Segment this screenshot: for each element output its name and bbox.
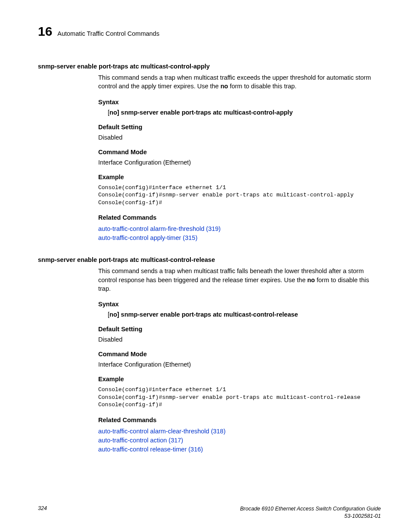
syntax-no: no <box>109 109 117 116</box>
related-link[interactable]: auto-traffic-control action (317) <box>98 436 381 445</box>
default-heading: Default Setting <box>98 326 381 333</box>
related-heading: Related Commands <box>98 417 381 423</box>
example-heading: Example <box>98 376 381 383</box>
related-links: auto-traffic-control alarm-fire-threshol… <box>98 224 381 243</box>
command-description: This command sends a trap when multicast… <box>98 73 381 91</box>
related-link[interactable]: auto-traffic-control apply-timer (315) <box>98 233 381 243</box>
chapter-title: Automatic Traffic Control Commands <box>57 30 159 37</box>
desc-bold: no <box>221 83 228 90</box>
default-value: Disabled <box>98 134 381 141</box>
mode-value: Interface Configuration (Ethernet) <box>98 361 381 368</box>
command-section: snmp-server enable port-traps atc multic… <box>38 256 381 454</box>
page: 16 Automatic Traffic Control Commands sn… <box>0 0 411 532</box>
command-body: This command sends a trap when multicast… <box>98 73 381 243</box>
desc-text: form to disable this trap. <box>228 83 296 90</box>
command-title: snmp-server enable port-traps atc multic… <box>38 63 381 70</box>
related-links: auto-traffic-control alarm-clear-thresho… <box>98 427 381 454</box>
syntax-no: no <box>109 311 117 318</box>
doc-title: Brocade 6910 Ethernet Access Switch Conf… <box>240 506 381 512</box>
mode-value: Interface Configuration (Ethernet) <box>98 159 381 166</box>
default-heading: Default Setting <box>98 124 381 131</box>
doc-number: 53-1002581-01 <box>344 513 381 519</box>
example-code: Console(config)#interface ethernet 1/1 C… <box>98 386 381 409</box>
mode-heading: Command Mode <box>98 351 381 358</box>
doc-info: Brocade 6910 Ethernet Access Switch Conf… <box>240 505 381 520</box>
chapter-number: 16 <box>38 24 52 39</box>
syntax-line: [no] snmp-server enable port-traps atc m… <box>108 311 381 318</box>
syntax-cmd: ] snmp-server enable port-traps atc mult… <box>117 109 293 116</box>
related-link[interactable]: auto-traffic-control alarm-clear-thresho… <box>98 427 381 436</box>
syntax-cmd: ] snmp-server enable port-traps atc mult… <box>117 311 298 318</box>
desc-bold: no <box>307 277 315 283</box>
page-footer: 324 Brocade 6910 Ethernet Access Switch … <box>38 505 381 520</box>
example-code: Console(config)#interface ethernet 1/1 C… <box>98 184 381 207</box>
running-header: 16 Automatic Traffic Control Commands <box>38 24 381 39</box>
default-value: Disabled <box>98 336 381 343</box>
page-number: 324 <box>38 505 47 511</box>
command-body: This command sends a trap when multicast… <box>98 267 381 454</box>
related-heading: Related Commands <box>98 214 381 221</box>
syntax-heading: Syntax <box>98 99 381 106</box>
syntax-line: [no] snmp-server enable port-traps atc m… <box>108 109 381 116</box>
command-section: snmp-server enable port-traps atc multic… <box>38 63 381 243</box>
mode-heading: Command Mode <box>98 149 381 156</box>
related-link[interactable]: auto-traffic-control release-timer (316) <box>98 445 381 454</box>
command-title: snmp-server enable port-traps atc multic… <box>38 256 381 263</box>
command-description: This command sends a trap when multicast… <box>98 267 381 293</box>
related-link[interactable]: auto-traffic-control alarm-fire-threshol… <box>98 224 381 233</box>
example-heading: Example <box>98 174 381 180</box>
syntax-heading: Syntax <box>98 301 381 308</box>
